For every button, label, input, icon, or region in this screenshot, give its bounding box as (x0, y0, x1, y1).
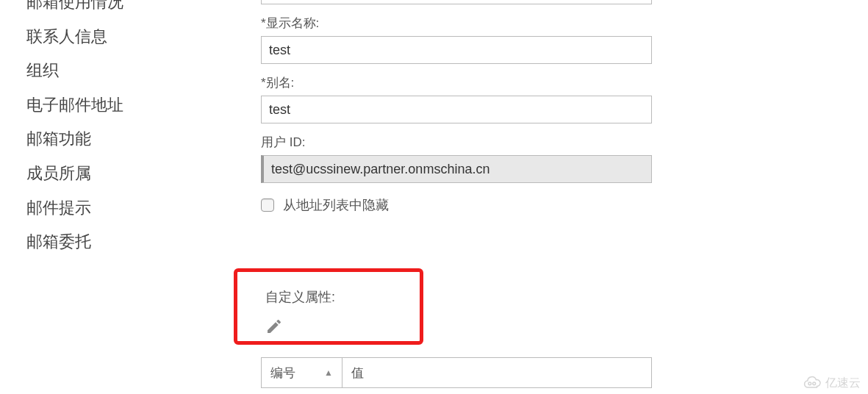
user-id-label: 用户 ID: (261, 134, 658, 151)
table-header-value-label: 值 (351, 365, 364, 382)
main-form: *显示名称: *别名: 用户 ID: 从地址列表中隐藏 (261, 0, 658, 214)
cloud-icon (800, 375, 822, 391)
alias-label: *别名: (261, 74, 658, 91)
sidebar: 邮箱使用情况 联系人信息 组织 电子邮件地址 邮箱功能 成员所属 邮件提示 邮箱… (26, 0, 181, 259)
hide-from-address-list-checkbox[interactable] (261, 198, 274, 212)
table-header-value[interactable]: 值 (342, 358, 651, 387)
svg-point-0 (808, 382, 811, 385)
watermark-text: 亿速云 (825, 376, 861, 391)
custom-attributes-table: 编号 ▲ 值 (261, 357, 652, 388)
table-header-number-label: 编号 (270, 365, 295, 382)
sidebar-item-mail-tips[interactable]: 邮件提示 (26, 191, 181, 226)
hide-from-address-list-label: 从地址列表中隐藏 (283, 196, 389, 214)
svg-point-1 (813, 382, 816, 385)
display-name-input[interactable] (261, 36, 652, 64)
pencil-icon[interactable] (265, 318, 283, 335)
sidebar-item-email-address[interactable]: 电子邮件地址 (26, 88, 181, 123)
alias-input[interactable] (261, 96, 652, 123)
sort-ascending-icon: ▲ (324, 368, 333, 378)
sidebar-item-mailbox-usage[interactable]: 邮箱使用情况 (26, 0, 181, 20)
table-header-number[interactable]: 编号 ▲ (262, 358, 342, 387)
sidebar-item-contact-info[interactable]: 联系人信息 (26, 20, 181, 54)
sidebar-item-mailbox-features[interactable]: 邮箱功能 (26, 122, 181, 157)
watermark: 亿速云 (800, 375, 861, 391)
display-name-label: *显示名称: (261, 15, 658, 32)
custom-attributes-section: 自定义属性: (234, 268, 423, 345)
custom-attributes-label: 自定义属性: (265, 288, 398, 306)
hide-from-address-list-row: 从地址列表中隐藏 (261, 196, 658, 214)
name-input-partial[interactable] (261, 0, 652, 4)
user-id-input (261, 155, 652, 183)
sidebar-item-mailbox-delegation[interactable]: 邮箱委托 (26, 225, 181, 259)
sidebar-item-organization[interactable]: 组织 (26, 54, 181, 88)
sidebar-item-member-of[interactable]: 成员所属 (26, 157, 181, 191)
